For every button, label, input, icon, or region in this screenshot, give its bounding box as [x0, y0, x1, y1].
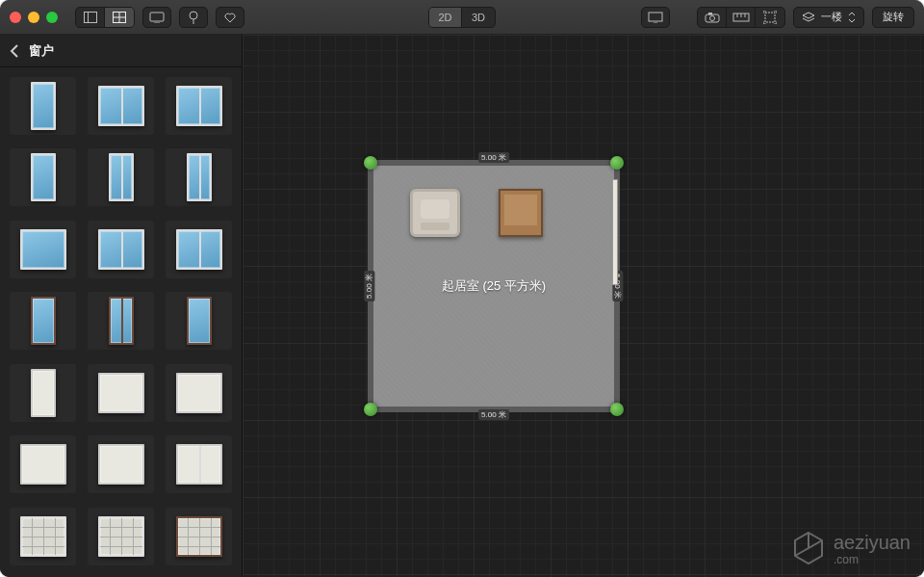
bounding-button[interactable] — [756, 8, 784, 27]
library-item[interactable] — [88, 292, 154, 350]
dimension-top: 5.00 米 — [478, 152, 509, 163]
library-item[interactable] — [166, 148, 232, 206]
furniture-sofa[interactable] — [410, 189, 460, 237]
window-white-panel-icon — [176, 373, 222, 413]
dimension-bottom: 5.00 米 — [478, 409, 509, 420]
fullscreen-window-button[interactable] — [46, 12, 58, 23]
library-item[interactable] — [166, 435, 232, 493]
rotate-button[interactable]: 旋转 — [872, 7, 914, 28]
svg-rect-5 — [150, 13, 164, 21]
window-dark-tall-2-icon — [187, 297, 212, 345]
stepper-icon — [848, 13, 856, 22]
watermark-suffix: .com — [834, 554, 911, 565]
room-label: 起居室 (25 平方米) — [373, 277, 614, 295]
library-item[interactable] — [10, 435, 76, 493]
library-item[interactable] — [10, 77, 76, 135]
library-item[interactable] — [166, 364, 232, 422]
wall-window[interactable] — [612, 179, 618, 285]
body: 窗户 5.00 米 5.00 米 5.00 米 5.00 米 起居室 (25 平… — [0, 35, 924, 577]
library-item[interactable] — [166, 292, 232, 350]
library-item[interactable] — [166, 77, 232, 135]
dimension-left: 5.00 米 — [364, 271, 374, 302]
viewmode-group: 2D 3D — [428, 7, 496, 28]
library-item[interactable] — [88, 77, 154, 135]
sidebar-header: 窗户 — [0, 35, 242, 67]
library-grid — [0, 67, 242, 577]
resize-handle-top-left[interactable] — [364, 156, 377, 170]
library-item[interactable] — [10, 148, 76, 206]
view-3d-button[interactable]: 3D — [462, 8, 495, 27]
door-blue-tall-1-icon — [31, 153, 56, 201]
window-wide-blue-3-icon — [176, 229, 222, 270]
window-wide-blue-2-icon — [98, 229, 144, 270]
window-white-tall-icon — [31, 369, 56, 417]
window-white-cross-icon — [98, 373, 144, 413]
left-mode-group — [75, 7, 135, 28]
camera-button[interactable] — [698, 8, 727, 27]
svg-point-7 — [190, 12, 197, 19]
window-white-triple-icon — [176, 444, 222, 485]
watermark-name: aeziyuan — [834, 532, 911, 553]
measure-button[interactable] — [727, 8, 756, 27]
library-item[interactable] — [88, 364, 154, 422]
svg-rect-18 — [765, 13, 775, 22]
library-item[interactable] — [88, 508, 154, 565]
window-triple-blue-icon — [176, 86, 222, 126]
window-grid-2-icon — [98, 516, 144, 557]
door-blue-tall-2-icon — [109, 153, 134, 201]
library-item[interactable] — [10, 221, 76, 278]
titlebar: 2D 3D 一楼 旋转 — [0, 0, 924, 35]
window-dark-tall-1-icon — [31, 297, 56, 345]
door-dark-icon — [109, 297, 134, 345]
library-item[interactable] — [10, 364, 76, 422]
resize-handle-top-right[interactable] — [610, 156, 624, 170]
room[interactable]: 5.00 米 5.00 米 5.00 米 5.00 米 起居室 (25 平方米) — [368, 160, 620, 412]
window-wide-blue-1-icon — [20, 229, 66, 270]
library-item[interactable] — [88, 221, 154, 278]
window-grid-1-icon — [20, 516, 66, 557]
svg-rect-9 — [649, 13, 662, 21]
layers-icon — [802, 12, 815, 23]
resize-handle-bottom-left[interactable] — [364, 403, 377, 416]
door-blue-tall-3-icon — [187, 153, 212, 201]
close-window-button[interactable] — [10, 12, 21, 23]
window-white-square-icon — [20, 444, 66, 485]
app-window: 2D 3D 一楼 旋转 — [0, 0, 924, 577]
library-item[interactable] — [10, 292, 76, 350]
floorplan-canvas[interactable]: 5.00 米 5.00 米 5.00 米 5.00 米 起居室 (25 平方米)… — [243, 35, 924, 577]
screen-button[interactable] — [142, 7, 171, 28]
window-arched-icon — [98, 444, 144, 485]
furniture-table[interactable] — [499, 189, 543, 237]
svg-rect-13 — [708, 13, 712, 15]
window-double-blue-icon — [98, 86, 144, 126]
svg-rect-0 — [84, 12, 96, 22]
view-2d-button[interactable]: 2D — [429, 8, 462, 27]
library-item[interactable] — [10, 508, 76, 565]
library-item[interactable] — [166, 508, 232, 565]
library-button[interactable] — [105, 8, 134, 27]
resize-handle-bottom-right[interactable] — [610, 403, 624, 416]
minimize-window-button[interactable] — [28, 12, 39, 23]
watermark: aeziyuan .com — [789, 529, 911, 567]
favorite-button[interactable] — [216, 7, 244, 28]
library-sidebar: 窗户 — [0, 35, 243, 577]
back-button[interactable] — [10, 44, 19, 58]
window-single-blue-icon — [31, 82, 56, 130]
svg-point-12 — [709, 15, 714, 20]
watermark-logo-icon — [789, 529, 828, 567]
library-item[interactable] — [166, 221, 232, 278]
library-item[interactable] — [88, 435, 154, 493]
presentation-button[interactable] — [641, 7, 670, 28]
library-item[interactable] — [88, 148, 154, 206]
window-dark-grid-icon — [176, 516, 222, 557]
tool-group — [697, 7, 785, 28]
tree-button[interactable] — [179, 7, 208, 28]
floor-label: 一楼 — [821, 10, 842, 24]
floor-selector[interactable]: 一楼 — [793, 7, 864, 28]
panel-toggle-button[interactable] — [76, 8, 105, 27]
sidebar-title: 窗户 — [29, 42, 54, 60]
window-controls — [10, 12, 58, 23]
